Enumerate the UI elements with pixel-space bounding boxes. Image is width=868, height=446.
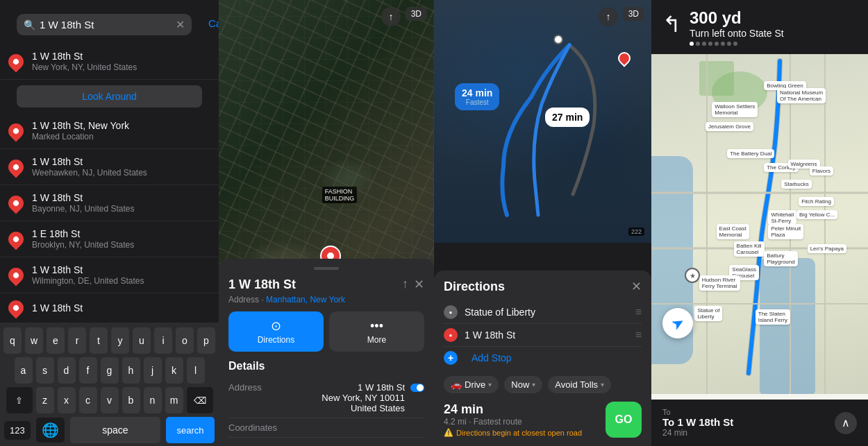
kb-i[interactable]: i — [154, 327, 172, 354]
route-distance: 4.2 mi · Fastest route — [444, 417, 582, 427]
transport-mode-button[interactable]: 🚗 Drive ▾ — [444, 376, 499, 393]
kb-globe[interactable]: 🌐 — [36, 418, 65, 443]
3d-button[interactable]: 3D — [406, 7, 427, 21]
route-lines — [434, 0, 651, 243]
kb-w[interactable]: w — [25, 327, 43, 354]
go-button[interactable]: GO — [606, 402, 642, 438]
add-stop-icon: + — [444, 351, 458, 365]
waypoint-destination: ● 1 W 18th St ≡ — [444, 324, 642, 347]
satellite-panel: ↑ 3D FASHIONBUILDING AR ≈219 1 W 18th St… — [219, 0, 434, 446]
kb-h[interactable]: h — [122, 357, 140, 384]
kb-o[interactable]: o — [176, 327, 194, 354]
kb-p[interactable]: p — [197, 327, 215, 354]
list-item[interactable]: 1 W 18th St Weehawken, NJ, United States — [0, 149, 219, 185]
result-title: 1 W 18th St — [32, 302, 210, 314]
clear-icon[interactable]: ✕ — [176, 18, 185, 31]
search-icon: 🔍 — [24, 19, 35, 31]
kb-x[interactable]: x — [58, 387, 76, 413]
route-time-fastest: 24 min Fastest — [455, 83, 499, 110]
3d-button[interactable]: 3D — [623, 7, 644, 21]
nav-dot — [702, 42, 706, 46]
kb-j[interactable]: j — [144, 357, 162, 384]
kb-s[interactable]: s — [36, 357, 54, 384]
list-item[interactable]: 1 W 18th St — [0, 293, 219, 323]
nav-route-line — [651, 54, 868, 394]
search-panel: 🔍 ✕ Cancel 1 W 18th St New York, NY, Uni… — [0, 0, 219, 446]
navigation-panel: ↰ 300 yd Turn left onto State St — [651, 0, 868, 446]
kb-d[interactable]: d — [58, 357, 76, 384]
poi-fitch: Fitch Rating — [799, 197, 834, 206]
address-toggle[interactable] — [410, 384, 424, 392]
kb-f[interactable]: f — [79, 357, 97, 384]
kb-r[interactable]: r — [68, 327, 86, 354]
expand-button[interactable]: ∧ — [835, 412, 857, 434]
cancel-button[interactable]: Cancel — [208, 17, 219, 29]
directions-map[interactable]: ↑ 3D 24 min Fastest 27 min 222 — [434, 0, 651, 243]
add-stop-row[interactable]: + Add Stop — [444, 347, 642, 369]
result-title: 1 W 18th St, New York — [32, 120, 210, 131]
kb-search[interactable]: search — [166, 417, 215, 443]
location-pin-icon — [5, 264, 26, 286]
list-item[interactable]: 1 W 18th St New York, NY, United States — [0, 44, 219, 80]
nav-dot — [727, 42, 731, 46]
kb-123[interactable]: 123 — [4, 421, 31, 440]
route-time-alt: 27 min — [545, 108, 590, 127]
nav-header: ↰ 300 yd Turn left onto State St — [651, 0, 868, 54]
compass-icon[interactable]: ↑ — [599, 7, 618, 26]
kb-g[interactable]: g — [101, 357, 119, 384]
address-detail-row: Address 1 W 18th St New York, NY 10011 U… — [228, 378, 424, 418]
kb-k[interactable]: k — [165, 357, 183, 384]
kb-delete[interactable]: ⌫ — [187, 387, 213, 413]
kb-b[interactable]: b — [122, 387, 140, 413]
avoid-tolls-button[interactable]: Avoid Tolls ▾ — [548, 376, 611, 393]
look-around-button[interactable]: Look Around — [17, 85, 202, 108]
navigation-map[interactable]: Bowling Green National MuseumOf The Amer… — [651, 54, 868, 394]
route-options: 🚗 Drive ▾ Now ▾ Avoid Tolls ▾ — [444, 376, 642, 393]
poi-hudson-ferry: Hudson RiverFerry Terminal — [699, 275, 740, 291]
location-pin-icon — [5, 192, 26, 214]
result-subtitle: Weehawken, NJ, United States — [32, 168, 210, 178]
list-item[interactable]: 1 W 18th St Wilmington, DE, United State… — [0, 257, 219, 293]
kb-z[interactable]: z — [36, 387, 54, 413]
list-item[interactable]: 1 W 18th St, New York Marked Location — [0, 113, 219, 149]
kb-l[interactable]: l — [187, 357, 205, 384]
kb-q[interactable]: q — [3, 327, 22, 354]
kb-n[interactable]: n — [144, 387, 162, 413]
result-subtitle: Bayonne, NJ, United States — [32, 204, 210, 214]
poi-lens-papaya: Len's Papaya — [808, 244, 846, 253]
poi-national-museum: National MuseumOf The American — [777, 88, 826, 103]
kb-y[interactable]: y — [111, 327, 129, 354]
location-button[interactable]: ➤ — [662, 308, 693, 338]
more-button[interactable]: ••• More — [329, 311, 424, 352]
directions-title: Directions — [444, 280, 505, 294]
poi-peter-minuit: Peter MinuitPlaza — [768, 224, 803, 239]
time-button[interactable]: Now ▾ — [504, 376, 542, 393]
search-input[interactable] — [40, 19, 172, 31]
add-stop-button[interactable]: Add Stop — [471, 352, 512, 363]
list-item[interactable]: 1 W 18th St Bayonne, NJ, United States — [0, 185, 219, 221]
kb-a[interactable]: a — [15, 357, 33, 384]
kb-shift[interactable]: ⇧ — [6, 387, 33, 413]
compass-icon[interactable]: ↑ — [381, 7, 401, 26]
share-icon[interactable]: ↑ — [402, 277, 408, 292]
kb-space[interactable]: space — [70, 417, 160, 443]
kb-c[interactable]: c — [79, 387, 97, 413]
statue-of-liberty-pin: ★ — [685, 268, 700, 283]
kb-m[interactable]: m — [165, 387, 183, 413]
address-value: 1 W 18th St New York, NY 10011 United St… — [322, 382, 405, 413]
directions-button[interactable]: ⊙ Directions — [228, 311, 324, 352]
list-item[interactable]: 1 E 18th St Brooklyn, NY, United States — [0, 221, 219, 257]
waypoint-origin: ● Statue of Liberty ≡ — [444, 301, 642, 324]
address-label: Address — [228, 382, 262, 393]
kb-t[interactable]: t — [90, 327, 108, 354]
result-title: 1 W 18th St — [32, 51, 210, 62]
nav-street: Turn left onto State St — [690, 28, 784, 39]
more-icon: ••• — [370, 319, 383, 334]
location-pin-icon — [5, 120, 26, 141]
close-icon[interactable]: ✕ — [414, 277, 424, 292]
kb-e[interactable]: e — [47, 327, 65, 354]
kb-v[interactable]: v — [101, 387, 119, 413]
close-button[interactable]: ✕ — [631, 279, 642, 294]
directions-bottom-panel: Directions ✕ ● Statue of Liberty ≡ ● 1 W… — [434, 271, 651, 446]
kb-u[interactable]: u — [133, 327, 151, 354]
